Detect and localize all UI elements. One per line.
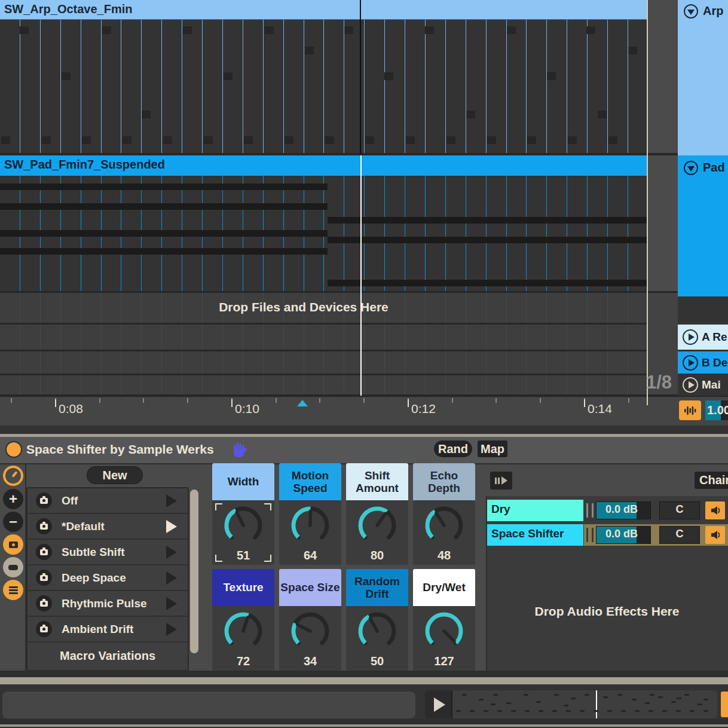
chain-volume[interactable]: 0.0 dB [596, 501, 651, 519]
midi-note-bar[interactable] [0, 248, 328, 255]
midi-note-bar[interactable] [328, 237, 648, 243]
midi-note[interactable] [446, 136, 455, 144]
chain-pan[interactable]: C [659, 501, 700, 519]
rand-button[interactable]: Rand [434, 441, 472, 457]
pad-clip-titlebar[interactable]: SW_Pad_Fmin7_Suspended [0, 155, 648, 176]
macro-value[interactable]: 50 [346, 654, 408, 668]
variation-launch-icon[interactable] [166, 520, 177, 533]
midi-note[interactable] [62, 72, 71, 80]
macro-value[interactable]: 48 [413, 549, 475, 562]
midi-note[interactable] [568, 136, 577, 144]
macro-name[interactable]: Space Size [279, 569, 341, 606]
play-icon[interactable] [683, 329, 698, 345]
macro-value[interactable]: 64 [279, 549, 341, 562]
variation-row-subtle-shift[interactable]: Subtle Shift [27, 540, 188, 565]
chain-pan[interactable]: C [659, 526, 700, 544]
add-macro-button[interactable]: + [3, 489, 23, 509]
variation-launch-icon[interactable] [166, 571, 177, 585]
arp-clip-titlebar[interactable]: SW_Arp_Octave_Fmin [0, 0, 648, 20]
macro-knob[interactable] [279, 606, 341, 654]
variation-launch-icon[interactable] [166, 546, 177, 559]
midi-note[interactable] [487, 136, 496, 144]
device-activator-button[interactable] [5, 441, 22, 458]
midi-note[interactable] [265, 26, 274, 34]
chain-speaker-button[interactable] [705, 526, 725, 544]
macro-name[interactable]: Random Drift [346, 569, 408, 606]
variations-scrollbar[interactable] [190, 490, 198, 653]
variation-launch-icon[interactable] [166, 623, 177, 636]
midi-note[interactable] [598, 111, 607, 118]
chain-volume[interactable]: 0.0 dB [596, 526, 651, 544]
play-icon[interactable] [683, 377, 698, 393]
macro-name[interactable]: Motion Speed [279, 463, 341, 500]
macro-knob[interactable] [413, 500, 475, 548]
camera-icon[interactable] [36, 595, 52, 611]
midi-note[interactable] [204, 136, 213, 144]
macro-knob-icon[interactable] [3, 466, 23, 486]
chain-name-dry[interactable]: Dry [487, 500, 583, 521]
time-ruler[interactable]: 0:080:100:120:14 [0, 396, 728, 426]
clip-minimap[interactable] [452, 690, 717, 718]
variation-row-rhythmic-pulse[interactable]: Rhythmic Pulse [27, 591, 188, 617]
midi-note[interactable] [365, 136, 374, 144]
camera-icon[interactable] [36, 621, 52, 637]
return-a-lane[interactable] [0, 325, 648, 350]
midi-note[interactable] [425, 26, 434, 34]
midi-note[interactable] [142, 111, 151, 118]
main-lane[interactable] [0, 375, 648, 394]
play-icon[interactable] [683, 355, 698, 371]
midi-note[interactable] [244, 136, 253, 144]
variation-launch-icon[interactable] [166, 494, 177, 507]
midi-note[interactable] [20, 26, 29, 34]
macro-name[interactable]: Shift Amount [346, 463, 408, 500]
scrub-marker-icon[interactable] [297, 400, 308, 406]
camera-icon[interactable] [36, 493, 52, 509]
fold-icon[interactable] [684, 161, 698, 175]
return-b-lane[interactable] [0, 351, 648, 374]
midi-note[interactable] [82, 136, 91, 144]
zoom-level-box[interactable]: 1.00 [705, 400, 728, 420]
macro-name[interactable]: Texture [212, 569, 274, 606]
preview-play-button[interactable] [425, 690, 452, 718]
map-button[interactable]: Map [478, 441, 507, 457]
midi-note[interactable] [102, 26, 111, 34]
midi-note[interactable] [466, 111, 475, 118]
macro-value[interactable]: 80 [346, 549, 408, 562]
midi-note-bar[interactable] [0, 203, 328, 210]
macro-knob[interactable] [346, 606, 408, 654]
macro-name[interactable]: Echo Depth [413, 463, 475, 500]
macro-knob[interactable] [279, 500, 341, 548]
midi-note[interactable] [384, 72, 393, 80]
midi-note-bar[interactable] [0, 230, 328, 237]
track-header-return-b[interactable]: B De [678, 351, 728, 374]
midi-note[interactable] [344, 26, 353, 34]
midi-note[interactable] [325, 136, 334, 144]
midi-note[interactable] [628, 47, 637, 54]
collapse-icon[interactable] [3, 557, 23, 577]
midi-note[interactable] [163, 136, 172, 144]
variation-row-off[interactable]: Off [27, 488, 188, 514]
midi-note[interactable] [305, 47, 314, 54]
track-header-return-a[interactable]: A Re [678, 325, 728, 350]
macro-name[interactable]: Dry/Wet [413, 569, 475, 606]
variation-row-ambient-drift[interactable]: Ambient Drift [27, 617, 188, 643]
chain-column-header[interactable]: Chain [695, 472, 728, 489]
camera-icon[interactable] [36, 570, 52, 586]
track-header-pad[interactable]: Pad [678, 155, 728, 296]
variation-row--default[interactable]: *Default [27, 514, 188, 540]
empty-lane[interactable]: Drop Files and Devices Here [0, 293, 648, 323]
pane-splitter[interactable] [0, 677, 728, 684]
chain-name-space-shifter[interactable]: Space Shifter [487, 524, 583, 546]
snapshot-camera-icon[interactable] [3, 534, 23, 555]
new-variation-button[interactable]: New [87, 466, 143, 484]
midi-note[interactable] [586, 26, 595, 34]
midi-note-bar[interactable] [0, 183, 328, 190]
pad-clip-body[interactable] [0, 176, 648, 291]
macro-name[interactable]: Width [212, 463, 274, 500]
device-titlebar[interactable]: Space Shifter by Sample Werks Rand Map [0, 437, 728, 463]
midi-note[interactable] [42, 136, 51, 144]
auto-select-button[interactable] [490, 472, 512, 490]
midi-note[interactable] [1, 136, 10, 144]
midi-note[interactable] [547, 72, 556, 80]
midi-note[interactable] [224, 72, 233, 80]
